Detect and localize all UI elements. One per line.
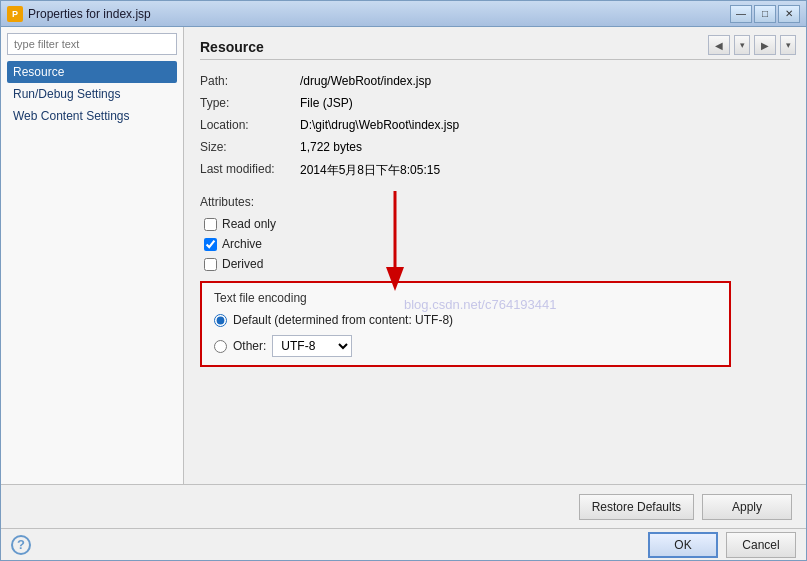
- modified-value: 2014年5月8日下午8:05:15: [300, 160, 790, 181]
- maximize-button[interactable]: □: [754, 5, 776, 23]
- bottom-bar: Restore Defaults Apply: [1, 484, 806, 528]
- help-icon[interactable]: ?: [11, 535, 31, 555]
- other-encoding-row: Other: UTF-8: [214, 335, 717, 357]
- other-encoding-select[interactable]: UTF-8: [272, 335, 352, 357]
- info-table: Path: /drug/WebRoot/index.jsp Type: File…: [200, 72, 790, 181]
- archive-checkbox[interactable]: [204, 238, 217, 251]
- other-encoding-label[interactable]: Other:: [233, 339, 266, 353]
- cancel-button[interactable]: Cancel: [726, 532, 796, 558]
- main-content: Resource Run/Debug Settings Web Content …: [1, 27, 806, 484]
- path-value: /drug/WebRoot/index.jsp: [300, 72, 790, 90]
- archive-label[interactable]: Archive: [222, 237, 262, 251]
- archive-row: Archive: [200, 237, 790, 251]
- derived-row: Derived: [200, 257, 790, 271]
- back-dropdown[interactable]: ▾: [734, 35, 750, 55]
- filter-input[interactable]: [7, 33, 177, 55]
- derived-label[interactable]: Derived: [222, 257, 263, 271]
- encoding-box: Text file encoding Default (determined f…: [200, 281, 731, 367]
- other-encoding-radio[interactable]: [214, 340, 227, 353]
- ok-button[interactable]: OK: [648, 532, 718, 558]
- panel-nav: ◀ ▾ ▶ ▾: [708, 35, 796, 55]
- restore-defaults-button[interactable]: Restore Defaults: [579, 494, 694, 520]
- minimize-button[interactable]: —: [730, 5, 752, 23]
- back-button[interactable]: ◀: [708, 35, 730, 55]
- readonly-row: Read only: [200, 217, 790, 231]
- sidebar-item-resource[interactable]: Resource: [7, 61, 177, 83]
- readonly-checkbox[interactable]: [204, 218, 217, 231]
- default-encoding-radio[interactable]: [214, 314, 227, 327]
- apply-button[interactable]: Apply: [702, 494, 792, 520]
- forward-button[interactable]: ▶: [754, 35, 776, 55]
- size-value: 1,722 bytes: [300, 138, 790, 156]
- type-label: Type:: [200, 94, 300, 112]
- title-controls: — □ ✕: [730, 5, 800, 23]
- size-label: Size:: [200, 138, 300, 156]
- location-label: Location:: [200, 116, 300, 134]
- ok-cancel-bar: OK Cancel: [37, 532, 796, 558]
- encoding-title: Text file encoding: [214, 291, 717, 305]
- location-value: D:\git\drug\WebRoot\index.jsp: [300, 116, 790, 134]
- sidebar: Resource Run/Debug Settings Web Content …: [1, 27, 184, 484]
- sidebar-item-web-content[interactable]: Web Content Settings: [7, 105, 177, 127]
- window-icon: P: [7, 6, 23, 22]
- window-title: Properties for index.jsp: [28, 7, 151, 21]
- readonly-label[interactable]: Read only: [222, 217, 276, 231]
- resource-panel: ◀ ▾ ▶ ▾ Resource Path: /drug/WebRoot/ind…: [184, 27, 806, 484]
- panel-title: Resource: [200, 39, 790, 60]
- attributes-label: Attributes:: [200, 195, 790, 209]
- close-button[interactable]: ✕: [778, 5, 800, 23]
- sidebar-item-run-debug[interactable]: Run/Debug Settings: [7, 83, 177, 105]
- forward-dropdown[interactable]: ▾: [780, 35, 796, 55]
- default-encoding-label[interactable]: Default (determined from content: UTF-8): [233, 313, 453, 327]
- title-bar: P Properties for index.jsp — □ ✕: [1, 1, 806, 27]
- properties-dialog: P Properties for index.jsp — □ ✕ Resourc…: [0, 0, 807, 561]
- title-bar-left: P Properties for index.jsp: [7, 6, 151, 22]
- type-value: File (JSP): [300, 94, 790, 112]
- default-encoding-row: Default (determined from content: UTF-8): [214, 313, 717, 327]
- modified-label: Last modified:: [200, 160, 300, 181]
- derived-checkbox[interactable]: [204, 258, 217, 271]
- path-label: Path:: [200, 72, 300, 90]
- status-bar: ? OK Cancel: [1, 528, 806, 560]
